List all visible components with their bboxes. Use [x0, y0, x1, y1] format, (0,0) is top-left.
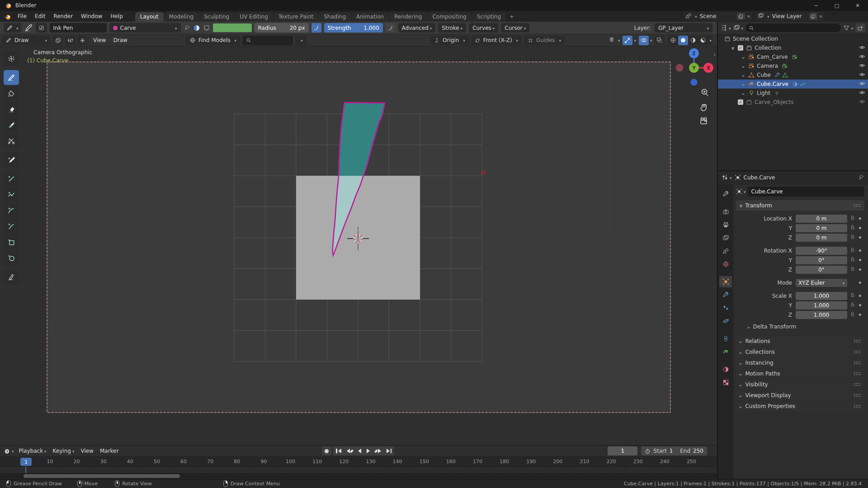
field-value[interactable]: 1.000 [796, 301, 847, 310]
play-button[interactable] [364, 446, 373, 455]
tool-box[interactable] [4, 235, 19, 249]
menu-cursor[interactable]: Cursor [501, 23, 529, 33]
outliner-row-camera[interactable]: Camera [718, 61, 868, 70]
end-frame-field[interactable]: 250 [693, 448, 703, 454]
menu-draw[interactable]: Draw [109, 37, 131, 43]
hide-in-viewport-toggle[interactable] [859, 89, 865, 97]
unlink-scene-button[interactable] [747, 13, 750, 19]
disclosure-triangle-icon[interactable] [731, 45, 738, 51]
panel-grip-icon[interactable] [854, 204, 861, 207]
material-selector[interactable]: Carve [109, 23, 181, 33]
close-button[interactable] [847, 0, 868, 11]
scene-selector[interactable]: Scene [684, 12, 752, 21]
show-gizmos-button[interactable] [623, 36, 636, 45]
stroke-placement-button[interactable] [65, 36, 75, 45]
lock-icon[interactable] [850, 311, 855, 318]
menu-view[interactable]: View [90, 37, 109, 43]
pin-id-icon[interactable] [858, 174, 864, 181]
tab-modeling[interactable]: Modeling [164, 12, 199, 22]
field-value[interactable]: 0 m [796, 224, 847, 232]
animate-property-dot[interactable] [859, 314, 861, 316]
field-value[interactable]: 0° [796, 256, 847, 264]
field-value[interactable]: 0 m [796, 234, 847, 242]
gizmo-z-negative[interactable] [691, 79, 698, 86]
radius-pressure-toggle[interactable] [311, 23, 321, 33]
minimize-button[interactable] [806, 0, 826, 11]
properties-tab-modifiers[interactable] [719, 289, 732, 300]
section-instancing[interactable]: Instancing [736, 358, 864, 368]
menu-view[interactable]: View [77, 448, 96, 454]
multiframe-falloff-button[interactable] [77, 36, 87, 45]
animate-property-dot[interactable] [859, 259, 861, 261]
lock-icon[interactable] [850, 266, 855, 273]
toggle-xray-button[interactable] [655, 36, 665, 45]
delta-transform-section[interactable]: Delta Transform [738, 320, 863, 331]
asset-search-input[interactable] [242, 36, 293, 45]
outliner-row-cube-carve[interactable]: Cube.Carve [718, 80, 868, 89]
view-layer-selector[interactable]: View Layer [756, 12, 825, 21]
tab-animation[interactable]: Animation [351, 12, 389, 22]
strength-pressure-toggle[interactable] [386, 23, 396, 33]
disclosure-triangle-icon[interactable] [742, 90, 748, 96]
lock-icon[interactable] [850, 225, 855, 231]
active-tool-button[interactable] [4, 23, 21, 33]
display-mode-button[interactable] [733, 24, 744, 31]
properties-tab-view-layer[interactable] [719, 232, 732, 244]
panel-grip-icon[interactable] [854, 350, 861, 354]
screen-space-icon[interactable] [203, 24, 210, 32]
section-motion-paths[interactable]: Motion Paths [736, 369, 864, 379]
field-value[interactable]: -90° [796, 247, 847, 255]
maximize-button[interactable] [826, 0, 847, 11]
menu-curves[interactable]: Curves [469, 23, 498, 33]
pin-material-icon[interactable] [184, 24, 190, 31]
menu-help[interactable]: Help [106, 11, 127, 22]
animate-property-dot[interactable] [859, 217, 861, 220]
lock-icon[interactable] [850, 215, 855, 222]
id-type-button[interactable] [736, 188, 746, 195]
properties-tab-constraints[interactable] [719, 333, 732, 344]
asset-search-button[interactable]: Find Models [186, 36, 240, 45]
lock-icon[interactable] [850, 302, 855, 309]
section-collections[interactable]: Collections [736, 347, 864, 357]
current-frame-field[interactable]: 1 [608, 446, 637, 455]
menu-marker[interactable]: Marker [97, 448, 122, 454]
tool-eyedropper[interactable] [4, 152, 19, 167]
panel-grip-icon[interactable] [854, 372, 861, 375]
jump-to-start-button[interactable] [333, 446, 344, 455]
properties-tab-render[interactable] [719, 206, 732, 217]
tool-cutter[interactable] [4, 133, 19, 148]
outliner-row-scene-collection[interactable]: Scene Collection [718, 34, 868, 43]
tab-scripting[interactable]: Scripting [472, 12, 506, 22]
tab-shading[interactable]: Shading [319, 12, 351, 22]
collection-checkbox[interactable] [738, 45, 743, 51]
disclosure-triangle-icon[interactable] [742, 72, 748, 78]
tool-fill[interactable] [4, 86, 19, 101]
panel-grip-icon[interactable] [854, 383, 861, 386]
new-view-layer-button[interactable] [809, 13, 817, 20]
menu-playback[interactable]: Playback [16, 448, 50, 454]
properties-tab-world[interactable] [719, 258, 732, 270]
tool-line[interactable] [4, 171, 19, 186]
section-relations[interactable]: Relations [736, 336, 864, 346]
tool-polyline[interactable] [4, 187, 19, 202]
stroke-placement-dropdown[interactable]: Origin [430, 36, 469, 45]
jump-to-end-button[interactable] [384, 446, 395, 455]
tab-rendering[interactable]: Rendering [389, 12, 427, 22]
radius-slider[interactable]: Radius 20 px [255, 23, 309, 33]
camera-view-button[interactable] [701, 117, 707, 124]
asset-category-dropdown[interactable] [295, 36, 307, 45]
section-custom-properties[interactable]: Custom Properties [736, 401, 864, 411]
record-button[interactable] [322, 446, 331, 455]
disclosure-triangle-icon[interactable] [742, 54, 748, 60]
blender-menu-icon[interactable] [4, 14, 12, 20]
hide-in-viewport-toggle[interactable] [859, 71, 865, 79]
playhead-line[interactable] [25, 467, 26, 473]
lock-icon[interactable] [850, 234, 855, 241]
lock-icon[interactable] [850, 257, 855, 263]
properties-tab-data[interactable] [719, 346, 732, 357]
3d-viewport[interactable]: Z Y X ‹ Camera Orthographic (1) Cube.Car… [0, 47, 717, 445]
tool-erase[interactable] [4, 102, 19, 117]
panel-grip-icon[interactable] [854, 361, 861, 365]
properties-tab-material[interactable] [719, 364, 732, 375]
brush-icon[interactable] [24, 23, 33, 33]
